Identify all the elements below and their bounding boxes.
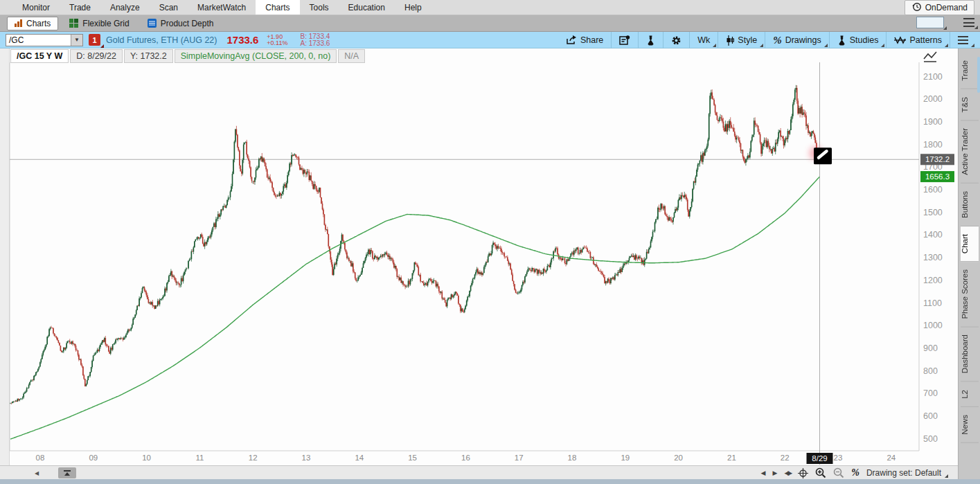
crosshair-price-chip: Y: 1732.2 (124, 49, 173, 63)
price-axis-label: 500 (923, 434, 938, 444)
sidebar-tab-ts[interactable]: T&S (961, 89, 979, 120)
price-axis-label: 1400 (923, 230, 943, 240)
menu-marketwatch[interactable]: MarketWatch (188, 0, 256, 15)
menu-help[interactable]: Help (395, 0, 431, 15)
app-window: Monitor Trade Analyze Scan MarketWatch C… (0, 0, 980, 484)
sidebar-tab-buttons[interactable]: Buttons (961, 183, 979, 226)
sidebar-tab-l2[interactable]: L2 (961, 382, 979, 407)
drawing-set-selector[interactable]: Drawing set: Default (866, 468, 948, 478)
symbol-description: Gold Futures, ETH (AUG 22) (106, 35, 217, 45)
workspace-menu-icon[interactable] (963, 18, 974, 27)
time-axis-label: 23 (834, 454, 843, 462)
pan-right-icon[interactable]: ▶ (773, 469, 778, 476)
tab-charts-label: Charts (26, 19, 51, 28)
share-button[interactable]: Share (558, 32, 611, 48)
calendar-clock-icon (619, 35, 630, 45)
price-axis-label: 1200 (923, 276, 943, 285)
menu-charts[interactable]: Charts (256, 0, 299, 15)
time-axis-label: 20 (674, 454, 683, 462)
symbol-dropdown-icon[interactable]: ▼ (71, 35, 82, 46)
time-axis-label: 16 (461, 454, 470, 462)
ondemand-button[interactable]: OnDemand (905, 0, 974, 15)
tab-charts[interactable]: Charts (7, 17, 58, 30)
tab-product-depth[interactable]: Product Depth (141, 17, 221, 30)
menu-trade[interactable]: Trade (60, 0, 100, 15)
crosshair-price-badge-text: 1732.2 (925, 155, 950, 163)
time-axis-label: 09 (89, 454, 98, 462)
time-axis-label: 10 (142, 454, 151, 462)
tab-flexible-grid-label: Flexible Grid (82, 19, 129, 28)
workspace-tabbar: Charts Flexible Grid Product Depth (0, 15, 980, 32)
candles-down-wicks (12, 85, 820, 404)
price-chart[interactable]: 2100200019001800170016001500140013001200… (0, 48, 958, 465)
studies-button[interactable]: Studies (829, 32, 887, 48)
price-axis-label: 1600 (923, 185, 943, 195)
time-axis-label: 15 (408, 454, 417, 462)
symbol-input[interactable]: /GC ▼ (6, 34, 83, 46)
window-bottom-strip (0, 479, 980, 484)
style-button[interactable]: Style (718, 32, 765, 48)
sidebar-tab-chart[interactable]: Chart (961, 226, 979, 262)
price-axis-label: 800 (923, 366, 938, 376)
quick-study-button[interactable] (638, 32, 663, 48)
menu-education[interactable]: Education (339, 0, 395, 15)
time-axis-label: 14 (355, 454, 364, 462)
sidebar-tab-active-trader[interactable]: Active Trader (961, 120, 979, 183)
patterns-button[interactable]: Patterns (886, 32, 950, 48)
candles-up-bodies (10, 88, 812, 403)
alerts-button[interactable] (611, 32, 638, 48)
zoom-out-icon[interactable] (833, 467, 844, 478)
ondemand-clock-icon (911, 1, 922, 15)
menu-tools[interactable]: Tools (300, 0, 339, 15)
collapse-panel-button[interactable] (58, 467, 76, 478)
alert-count-badge[interactable]: 1 (89, 34, 100, 46)
tab-product-depth-label: Product Depth (161, 19, 214, 28)
time-axis-label: 22 (781, 454, 790, 462)
time-axis-label: 17 (515, 454, 524, 462)
layout-selector-button[interactable] (916, 17, 944, 28)
zoom-in-icon[interactable] (815, 467, 826, 478)
candlestick-icon (726, 35, 734, 46)
price-axis-fit-icon (924, 52, 936, 62)
crosshair-tool-icon[interactable] (798, 468, 808, 478)
sidebar-tab-phase-scores[interactable]: Phase Scores (961, 262, 979, 328)
chart-bottom-bar: ◀ ◀ ▶ ◀▶ % Drawing set: Default (0, 465, 958, 479)
time-axis-label: 19 (621, 454, 630, 462)
ask-price: A: 1733.6 (300, 40, 330, 47)
menu-scan[interactable]: Scan (150, 0, 188, 15)
drawings-button[interactable]: % Drawings (765, 32, 829, 48)
chart-menu-button[interactable] (950, 32, 976, 48)
product-depth-icon (148, 19, 157, 28)
chart-settings-button[interactable] (663, 32, 689, 48)
sidebar-scrollbar[interactable] (977, 57, 980, 93)
chart-region: 2100200019001800170016001500140013001200… (0, 48, 958, 465)
menu-analyze[interactable]: Analyze (100, 0, 150, 15)
candles-down-bodies (12, 88, 820, 403)
crosshair-date-chip: D: 8/29/22 (70, 49, 123, 63)
crosshair-date-badge-text: 8/29 (812, 454, 827, 463)
studies-flask-icon (837, 35, 846, 46)
chart-menu-icon (958, 36, 968, 44)
time-axis-label: 11 (195, 454, 204, 462)
menu-monitor[interactable]: Monitor (12, 0, 60, 15)
main-menubar: Monitor Trade Analyze Scan MarketWatch C… (0, 0, 980, 15)
scroll-left-icon[interactable]: ◀ (35, 470, 39, 476)
time-axis-label: 13 (302, 454, 311, 462)
style-label: Style (738, 35, 757, 45)
zoom-percent-icon[interactable]: % (851, 467, 859, 478)
time-axis-label: 12 (249, 454, 258, 462)
price-axis-label: 1500 (923, 208, 943, 217)
tab-flexible-grid[interactable]: Flexible Grid (62, 17, 136, 30)
gear-icon (671, 35, 681, 46)
timeframe-button[interactable]: Wk (689, 32, 718, 48)
pan-left-icon[interactable]: ◀ (761, 469, 766, 476)
sma-study-chip[interactable]: SimpleMovingAvg (CLOSE, 200, 0, no) (175, 49, 337, 63)
sidebar-tab-news[interactable]: News (961, 407, 979, 443)
sidebar-tab-dashboard[interactable]: Dashboard (961, 327, 979, 382)
sidebar-tab-trade[interactable]: Trade (961, 53, 979, 89)
chart-symbol-chip[interactable]: /GC 15 Y W (10, 49, 69, 63)
sma-line (10, 177, 819, 439)
studies-label: Studies (850, 35, 879, 45)
expand-horizontal-icon[interactable]: ◀▶ (784, 469, 791, 476)
time-axis-label: 21 (727, 454, 736, 462)
